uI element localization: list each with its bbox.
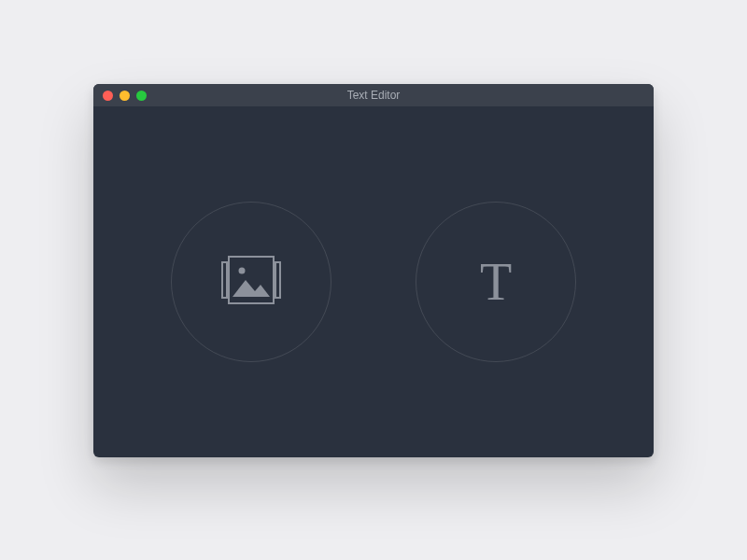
window-body: T (93, 106, 654, 457)
svg-point-3 (239, 268, 246, 274)
traffic-lights (93, 91, 147, 101)
window-title: Text Editor (93, 89, 654, 102)
insert-text-option[interactable]: T (416, 202, 576, 362)
text-icon: T (480, 256, 512, 308)
insert-image-option[interactable] (171, 202, 331, 362)
close-button[interactable] (103, 91, 113, 101)
maximize-button[interactable] (136, 91, 147, 101)
minimize-button[interactable] (120, 91, 130, 101)
svg-rect-1 (275, 262, 280, 298)
titlebar: Text Editor (93, 84, 654, 106)
app-window: Text Editor T (93, 84, 654, 457)
image-gallery-icon (221, 256, 281, 308)
svg-rect-0 (222, 262, 227, 298)
